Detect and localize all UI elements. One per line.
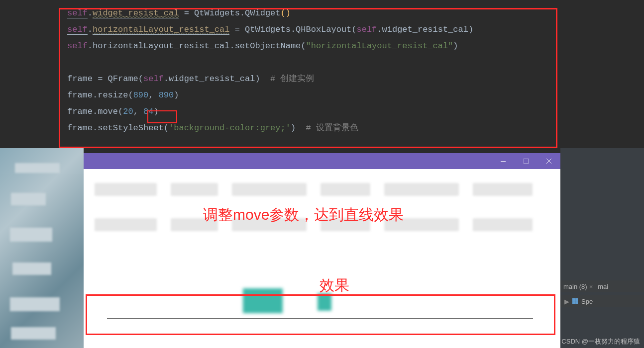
code-editor[interactable]: self.widget_resist_cal = QtWidgets.QWidg… <box>0 0 644 146</box>
code-line: self.horizontalLayout_resist_cal.setObje… <box>0 38 644 54</box>
chevron-right-icon: ▶ <box>564 298 569 305</box>
code-line: self.widget_resist_cal = QtWidgets.QWidg… <box>0 5 644 21</box>
close-button[interactable] <box>537 153 560 169</box>
maximize-button[interactable] <box>515 153 537 169</box>
grid-icon <box>572 298 578 304</box>
code-line: frame.move(20, 84) <box>0 103 644 120</box>
window-body <box>84 169 560 348</box>
minimize-icon <box>501 161 506 162</box>
result-divider-line <box>107 318 533 319</box>
code-line <box>0 54 644 71</box>
minimize-button[interactable] <box>492 153 515 169</box>
close-icon <box>546 159 551 164</box>
watermark-text: CSDN @一枚努力的程序猿 <box>561 337 640 346</box>
project-tree-item[interactable]: ▶ Spe <box>560 295 644 307</box>
code-line: frame.setStyleSheet('background-color:gr… <box>0 120 644 136</box>
svg-rect-1 <box>524 159 529 164</box>
svg-rect-0 <box>501 161 506 162</box>
editor-tabs[interactable]: main (8)× mai <box>560 280 644 292</box>
tab-main[interactable]: mai <box>598 283 608 290</box>
close-icon[interactable]: × <box>589 283 593 290</box>
blurred-sidebar <box>0 148 84 348</box>
tab-main-8[interactable]: main (8)× <box>563 283 593 290</box>
window-titlebar[interactable] <box>84 153 560 169</box>
tree-item-label: Spe <box>581 298 593 305</box>
maximize-icon <box>524 159 529 164</box>
code-line: self.horizontalLayout_resist_cal = QtWid… <box>0 21 644 38</box>
code-line: frame.resize(890, 890) <box>0 87 644 103</box>
preview-window <box>84 153 560 348</box>
ide-right-panel <box>560 148 644 348</box>
code-line: frame = QFrame(self.widget_resist_cal) #… <box>0 71 644 87</box>
